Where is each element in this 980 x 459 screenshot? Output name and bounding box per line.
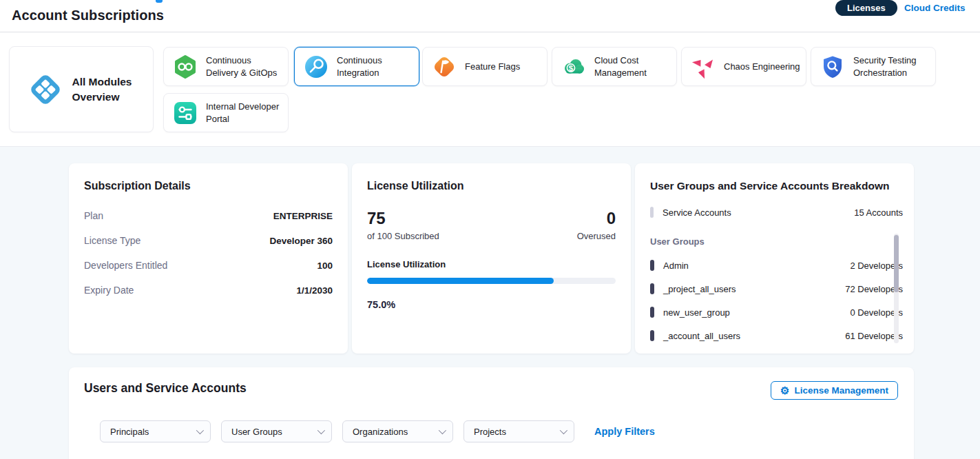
user-group-row: _account_all_users 61 Developers: [650, 324, 903, 347]
module-card-continuous-integration[interactable]: Continuous Integration: [294, 47, 419, 86]
subscription-row-developers-entitled: Developers Entitled 100: [84, 260, 333, 271]
subscription-row-plan: Plan ENTERPRISE: [84, 210, 333, 221]
breakdown-card: User Groups and Service Accounts Breakdo…: [635, 163, 914, 354]
row-value: Developer 360: [269, 236, 333, 246]
user-group-bullet-icon: [650, 307, 654, 318]
overused-caption: Overused: [577, 231, 616, 241]
license-management-label: License Management: [794, 385, 888, 396]
license-utilization-card: License Utilization 75 of 100 Subscribed…: [352, 163, 631, 354]
page-header: Account Subscriptions Licenses Cloud Cre…: [0, 0, 980, 32]
row-label: new_user_group: [663, 307, 730, 318]
row-label: _project_all_users: [663, 284, 736, 294]
dropdown-label: Projects: [474, 427, 506, 437]
subscription-row-license-type: License Type Developer 360: [84, 235, 333, 246]
service-accounts-row: Service Accounts 15 Accounts: [650, 207, 903, 218]
module-selector-band: All Modules Overview Continuous Delivery…: [0, 32, 980, 147]
utilization-bar-label: License Utilization: [367, 259, 616, 269]
subscription-details-title: Subscription Details: [84, 180, 333, 192]
row-value: ENTERPRISE: [273, 211, 333, 221]
overused-count: 0: [577, 209, 616, 228]
user-group-bullet-icon: [650, 330, 654, 341]
dropdown-label: Principals: [110, 427, 149, 437]
module-card-security-testing-orchestration[interactable]: Security Testing Orchestration: [811, 47, 936, 86]
utilization-stats: 75 of 100 Subscribed 0 Overused: [367, 209, 616, 241]
breakdown-title: User Groups and Service Accounts Breakdo…: [650, 180, 899, 192]
ci-icon: [304, 54, 329, 79]
organizations-dropdown[interactable]: Organizations: [342, 420, 453, 442]
cd-gitops-icon: [173, 54, 198, 79]
utilization-bar-track: [367, 278, 616, 284]
projects-dropdown[interactable]: Projects: [463, 420, 574, 442]
row-label: Admin: [663, 261, 689, 271]
gear-icon: ⚙: [780, 385, 789, 396]
module-label: Security Testing Orchestration: [853, 54, 935, 79]
scrollbar-thumb[interactable]: [894, 235, 899, 292]
user-group-bullet-icon: [650, 283, 654, 294]
all-modules-icon: [28, 72, 63, 108]
users-section-title: Users and Service Accounts: [84, 381, 247, 396]
dropdown-label: Organizations: [353, 427, 408, 437]
clipped-blue-icon: [156, 0, 163, 3]
subscribed-stat: 75 of 100 Subscribed: [367, 209, 439, 241]
ccm-icon: $: [561, 54, 586, 79]
row-label: Plan: [84, 210, 103, 221]
subscription-details-card: Subscription Details Plan ENTERPRISE Lic…: [69, 163, 348, 354]
module-label: Feature Flags: [465, 61, 525, 73]
principals-dropdown[interactable]: Principals: [100, 420, 211, 442]
subscription-row-expiry-date: Expiry Date 1/1/2030: [84, 285, 333, 296]
row-label: Developers Entitled: [84, 260, 167, 271]
idp-icon: [173, 101, 198, 125]
feature-flags-icon: [432, 54, 457, 79]
license-utilization-title: License Utilization: [367, 180, 616, 192]
page-title: Account Subscriptions: [12, 8, 164, 23]
scrollbar-track: [894, 234, 899, 343]
subscribed-count: 75: [367, 209, 439, 228]
subscribed-caption: of 100 Subscribed: [367, 231, 439, 241]
row-label: License Type: [84, 235, 140, 246]
row-label: Expiry Date: [84, 285, 134, 296]
utilization-percent: 75.0%: [367, 299, 616, 310]
user-group-row: new_user_group 0 Developers: [650, 300, 903, 324]
module-label: Cloud Cost Management: [594, 54, 676, 79]
chaos-engineering-icon: [691, 54, 716, 79]
licenses-tab[interactable]: Licenses: [835, 0, 897, 16]
chevron-down-icon: [317, 427, 325, 434]
user-groups-dropdown[interactable]: User Groups: [221, 420, 332, 442]
row-label: _account_all_users: [663, 331, 740, 341]
module-label: Continuous Integration: [337, 54, 419, 79]
module-card-internal-developer-portal[interactable]: Internal Developer Portal: [163, 93, 289, 132]
chevron-down-icon: [439, 427, 446, 434]
user-group-row: Admin 2 Developers: [650, 254, 903, 277]
row-label: Service Accounts: [663, 207, 731, 218]
svg-text:$: $: [569, 63, 574, 72]
module-label: Chaos Engineering: [724, 61, 806, 73]
user-group-row: _project_all_users 72 Developers: [650, 277, 903, 300]
user-group-bullet-icon: [650, 260, 654, 271]
user-groups-list: Admin 2 Developers _project_all_users 72…: [635, 254, 914, 347]
license-management-button[interactable]: ⚙ License Management: [771, 381, 898, 400]
chevron-down-icon: [560, 427, 567, 434]
module-label: Continuous Delivery & GitOps: [206, 54, 288, 79]
all-modules-overview-label: All Modules Overview: [72, 74, 136, 104]
module-card-chaos-engineering[interactable]: Chaos Engineering: [681, 47, 806, 86]
module-card-continuous-delivery-gitops[interactable]: Continuous Delivery & GitOps: [163, 47, 289, 86]
user-groups-heading: User Groups: [650, 236, 899, 247]
dropdown-label: User Groups: [231, 427, 282, 437]
main-content: Subscription Details Plan ENTERPRISE Lic…: [0, 147, 980, 459]
row-value: 1/1/2030: [296, 285, 333, 296]
module-card-feature-flags[interactable]: Feature Flags: [422, 47, 548, 86]
sto-icon: [820, 54, 845, 79]
cloud-credits-tab[interactable]: Cloud Credits: [904, 3, 966, 13]
row-value: 100: [317, 261, 333, 271]
service-accounts-bullet-icon: [650, 207, 654, 218]
filter-row: Principals User Groups Organizations Pro…: [100, 420, 655, 442]
subscription-details-rows: Plan ENTERPRISE License Type Developer 3…: [84, 210, 333, 296]
row-value: 15 Accounts: [854, 207, 903, 218]
all-modules-overview-card[interactable]: All Modules Overview: [9, 46, 154, 132]
apply-filters-link[interactable]: Apply Filters: [594, 426, 655, 437]
module-card-cloud-cost-management[interactable]: $ Cloud Cost Management: [552, 47, 677, 86]
overused-stat: 0 Overused: [577, 209, 616, 241]
chevron-down-icon: [196, 427, 204, 434]
module-label: Internal Developer Portal: [206, 101, 288, 125]
utilization-bar-fill: [367, 278, 554, 284]
